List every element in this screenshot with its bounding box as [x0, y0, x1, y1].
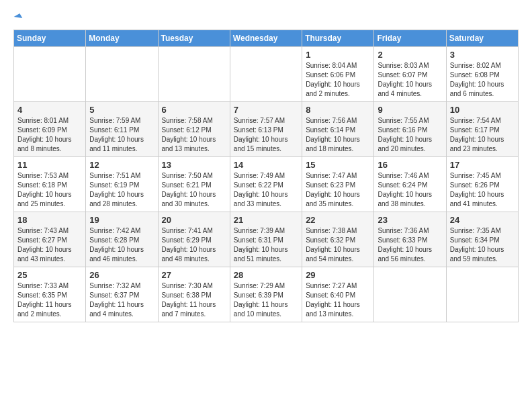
calendar-week-row: 25Sunrise: 7:33 AM Sunset: 6:35 PM Dayli…	[14, 267, 519, 322]
calendar-day-cell: 19Sunrise: 7:42 AM Sunset: 6:28 PM Dayli…	[86, 212, 158, 267]
calendar-day-cell: 16Sunrise: 7:46 AM Sunset: 6:24 PM Dayli…	[374, 156, 446, 212]
day-info: Sunrise: 7:35 AM Sunset: 6:34 PM Dayligh…	[450, 226, 515, 264]
calendar-week-row: 18Sunrise: 7:43 AM Sunset: 6:27 PM Dayli…	[14, 212, 519, 267]
calendar-day-cell: 21Sunrise: 7:39 AM Sunset: 6:31 PM Dayli…	[230, 212, 302, 267]
day-number: 13	[162, 160, 226, 170]
calendar-day-cell: 13Sunrise: 7:50 AM Sunset: 6:21 PM Dayli…	[158, 156, 230, 212]
calendar-day-header: Monday	[86, 30, 158, 46]
day-number: 12	[89, 160, 154, 170]
calendar-day-cell	[14, 46, 86, 101]
day-number: 25	[17, 270, 82, 280]
calendar-day-cell	[374, 267, 446, 322]
day-info: Sunrise: 7:30 AM Sunset: 6:38 PM Dayligh…	[162, 281, 226, 319]
calendar-day-cell: 5Sunrise: 7:59 AM Sunset: 6:11 PM Daylig…	[86, 101, 158, 156]
day-info: Sunrise: 7:36 AM Sunset: 6:33 PM Dayligh…	[378, 226, 442, 264]
day-info: Sunrise: 7:55 AM Sunset: 6:16 PM Dayligh…	[378, 116, 442, 154]
calendar-day-cell: 1Sunrise: 8:04 AM Sunset: 6:06 PM Daylig…	[302, 46, 374, 101]
calendar-day-cell: 4Sunrise: 8:01 AM Sunset: 6:09 PM Daylig…	[14, 101, 86, 156]
calendar-week-row: 1Sunrise: 8:04 AM Sunset: 6:06 PM Daylig…	[14, 46, 519, 101]
day-info: Sunrise: 7:42 AM Sunset: 6:28 PM Dayligh…	[89, 226, 154, 264]
day-number: 21	[234, 215, 298, 225]
calendar-day-cell: 3Sunrise: 8:02 AM Sunset: 6:08 PM Daylig…	[446, 46, 518, 101]
calendar-day-cell: 10Sunrise: 7:54 AM Sunset: 6:17 PM Dayli…	[446, 101, 518, 156]
day-number: 4	[17, 105, 82, 115]
day-info: Sunrise: 7:41 AM Sunset: 6:29 PM Dayligh…	[162, 226, 226, 264]
calendar-day-cell: 25Sunrise: 7:33 AM Sunset: 6:35 PM Dayli…	[14, 267, 86, 322]
day-info: Sunrise: 8:04 AM Sunset: 6:06 PM Dayligh…	[306, 61, 370, 99]
calendar-day-cell: 6Sunrise: 7:58 AM Sunset: 6:12 PM Daylig…	[158, 101, 230, 156]
day-number: 20	[162, 215, 226, 225]
day-number: 15	[306, 160, 370, 170]
calendar-day-cell: 27Sunrise: 7:30 AM Sunset: 6:38 PM Dayli…	[158, 267, 230, 322]
day-info: Sunrise: 8:03 AM Sunset: 6:07 PM Dayligh…	[378, 61, 442, 99]
day-info: Sunrise: 7:59 AM Sunset: 6:11 PM Dayligh…	[89, 116, 154, 154]
calendar-week-row: 4Sunrise: 8:01 AM Sunset: 6:09 PM Daylig…	[14, 101, 519, 156]
day-info: Sunrise: 7:53 AM Sunset: 6:18 PM Dayligh…	[17, 171, 82, 209]
day-info: Sunrise: 8:02 AM Sunset: 6:08 PM Dayligh…	[450, 61, 515, 99]
day-number: 5	[89, 105, 154, 115]
day-number: 7	[234, 105, 298, 115]
day-info: Sunrise: 7:29 AM Sunset: 6:39 PM Dayligh…	[234, 281, 298, 319]
day-number: 29	[306, 270, 370, 280]
day-number: 11	[17, 160, 82, 170]
calendar-day-cell: 24Sunrise: 7:35 AM Sunset: 6:34 PM Dayli…	[446, 212, 518, 267]
day-info: Sunrise: 7:54 AM Sunset: 6:17 PM Dayligh…	[450, 116, 515, 154]
calendar-day-cell: 17Sunrise: 7:45 AM Sunset: 6:26 PM Dayli…	[446, 156, 518, 212]
day-number: 9	[378, 105, 442, 115]
calendar-day-cell: 2Sunrise: 8:03 AM Sunset: 6:07 PM Daylig…	[374, 46, 446, 101]
calendar-header-row: SundayMondayTuesdayWednesdayThursdayFrid…	[14, 30, 519, 46]
day-number: 22	[306, 215, 370, 225]
calendar-day-header: Sunday	[14, 30, 86, 46]
day-info: Sunrise: 7:46 AM Sunset: 6:24 PM Dayligh…	[378, 171, 442, 209]
day-number: 10	[450, 105, 515, 115]
day-info: Sunrise: 7:51 AM Sunset: 6:19 PM Dayligh…	[89, 171, 154, 209]
calendar-day-header: Saturday	[446, 30, 518, 46]
day-number: 14	[234, 160, 298, 170]
day-info: Sunrise: 7:33 AM Sunset: 6:35 PM Dayligh…	[17, 281, 82, 319]
day-number: 28	[234, 270, 298, 280]
calendar-day-cell	[86, 46, 158, 101]
day-info: Sunrise: 8:01 AM Sunset: 6:09 PM Dayligh…	[17, 116, 82, 154]
day-number: 6	[162, 105, 226, 115]
calendar-day-cell: 14Sunrise: 7:49 AM Sunset: 6:22 PM Dayli…	[230, 156, 302, 212]
day-number: 23	[378, 215, 442, 225]
calendar-day-cell: 8Sunrise: 7:56 AM Sunset: 6:14 PM Daylig…	[302, 101, 374, 156]
calendar-day-cell: 9Sunrise: 7:55 AM Sunset: 6:16 PM Daylig…	[374, 101, 446, 156]
day-number: 26	[89, 270, 154, 280]
day-info: Sunrise: 7:27 AM Sunset: 6:40 PM Dayligh…	[306, 281, 370, 319]
page-container: SundayMondayTuesdayWednesdayThursdayFrid…	[0, 0, 532, 333]
calendar-day-header: Tuesday	[158, 30, 230, 46]
day-number: 2	[378, 50, 442, 60]
logo	[13, 11, 21, 23]
calendar-day-header: Wednesday	[230, 30, 302, 46]
calendar-day-cell: 7Sunrise: 7:57 AM Sunset: 6:13 PM Daylig…	[230, 101, 302, 156]
day-number: 8	[306, 105, 370, 115]
calendar-table: SundayMondayTuesdayWednesdayThursdayFrid…	[13, 30, 519, 322]
day-info: Sunrise: 7:38 AM Sunset: 6:32 PM Dayligh…	[306, 226, 370, 264]
calendar-day-cell: 23Sunrise: 7:36 AM Sunset: 6:33 PM Dayli…	[374, 212, 446, 267]
day-number: 1	[306, 50, 370, 60]
calendar-day-cell	[446, 267, 518, 322]
calendar-week-row: 11Sunrise: 7:53 AM Sunset: 6:18 PM Dayli…	[14, 156, 519, 212]
day-number: 27	[162, 270, 226, 280]
calendar-day-header: Thursday	[302, 30, 374, 46]
day-number: 24	[450, 215, 515, 225]
calendar-day-cell: 12Sunrise: 7:51 AM Sunset: 6:19 PM Dayli…	[86, 156, 158, 212]
logo-text	[13, 11, 21, 23]
day-number: 19	[89, 215, 154, 225]
day-info: Sunrise: 7:49 AM Sunset: 6:22 PM Dayligh…	[234, 171, 298, 209]
day-number: 16	[378, 160, 442, 170]
calendar-day-cell: 15Sunrise: 7:47 AM Sunset: 6:23 PM Dayli…	[302, 156, 374, 212]
day-number: 3	[450, 50, 515, 60]
day-info: Sunrise: 7:32 AM Sunset: 6:37 PM Dayligh…	[89, 281, 154, 319]
calendar-day-cell: 20Sunrise: 7:41 AM Sunset: 6:29 PM Dayli…	[158, 212, 230, 267]
header-top	[13, 11, 519, 23]
calendar-day-cell	[158, 46, 230, 101]
day-info: Sunrise: 7:47 AM Sunset: 6:23 PM Dayligh…	[306, 171, 370, 209]
calendar-day-cell: 22Sunrise: 7:38 AM Sunset: 6:32 PM Dayli…	[302, 212, 374, 267]
day-info: Sunrise: 7:56 AM Sunset: 6:14 PM Dayligh…	[306, 116, 370, 154]
day-info: Sunrise: 7:57 AM Sunset: 6:13 PM Dayligh…	[234, 116, 298, 154]
day-info: Sunrise: 7:39 AM Sunset: 6:31 PM Dayligh…	[234, 226, 298, 264]
calendar-day-cell: 28Sunrise: 7:29 AM Sunset: 6:39 PM Dayli…	[230, 267, 302, 322]
calendar-day-cell: 29Sunrise: 7:27 AM Sunset: 6:40 PM Dayli…	[302, 267, 374, 322]
